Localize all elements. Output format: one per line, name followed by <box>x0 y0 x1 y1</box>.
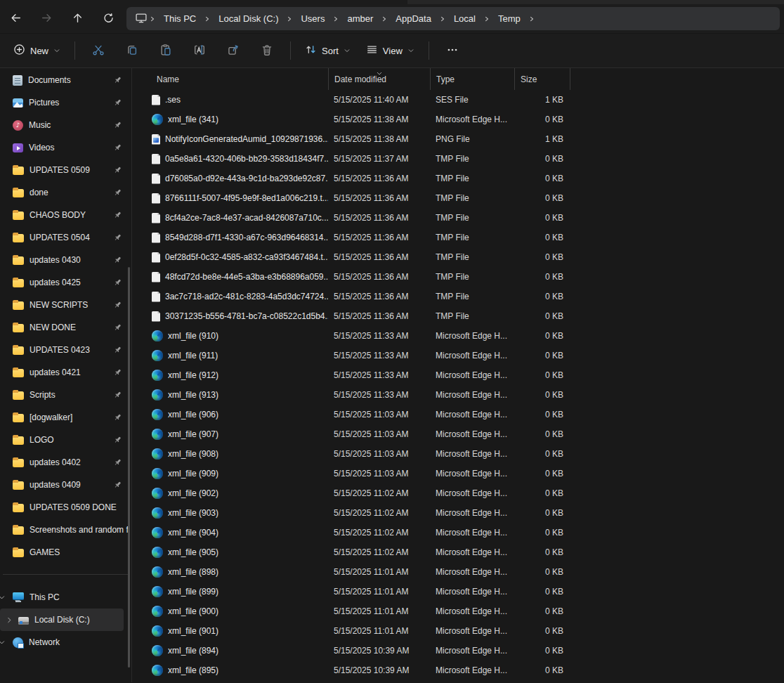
file-row[interactable]: xml_file (899) 5/15/2025 11:01 AM Micros… <box>132 582 784 601</box>
sidebar-item[interactable]: NEW SCRIPTS <box>0 294 131 316</box>
sidebar-item-this-pc[interactable]: This PC <box>0 586 131 609</box>
file-type-icon <box>152 488 163 499</box>
sidebar-item[interactable]: Screenshots and random f <box>0 519 131 541</box>
breadcrumb-chevron-icon[interactable] <box>148 15 157 23</box>
file-row[interactable]: xml_file (907) 5/15/2025 11:03 AM Micros… <box>132 424 784 444</box>
sidebar-item[interactable]: updates 0409 <box>0 474 131 496</box>
column-header-type[interactable]: Type <box>430 68 514 90</box>
sidebar-item[interactable]: updates 0430 <box>0 249 131 271</box>
file-row[interactable]: xml_file (902) 5/15/2025 11:02 AM Micros… <box>132 483 784 503</box>
sidebar-item[interactable]: updates 0425 <box>0 271 131 294</box>
sidebar-item[interactable]: Videos <box>0 136 131 159</box>
file-row[interactable]: xml_file (905) 5/15/2025 11:02 AM Micros… <box>132 542 784 562</box>
file-row[interactable]: xml_file (894) 5/15/2025 10:39 AM Micros… <box>132 641 784 661</box>
sidebar-item[interactable]: Music <box>0 114 131 136</box>
sidebar-item[interactable]: UPDATES 0509 <box>0 159 131 181</box>
file-row[interactable]: xml_file (909) 5/15/2025 11:03 AM Micros… <box>132 464 784 483</box>
file-date-modified: 5/15/2025 11:38 AM <box>328 134 430 144</box>
file-row[interactable]: 30371235-b556-4781-bc7a-c08522c1d5b4... … <box>132 306 784 326</box>
breadcrumb-chevron-icon[interactable] <box>528 15 536 23</box>
sidebar-item[interactable]: [dogwalker] <box>0 406 131 429</box>
sidebar-item[interactable]: LOGO <box>0 429 131 451</box>
breadcrumb-segment[interactable]: AppData <box>389 11 438 26</box>
sidebar-item[interactable]: GAMES <box>0 541 131 564</box>
copy-button[interactable] <box>115 39 149 62</box>
column-header-date-modified[interactable]: Date modified <box>328 68 430 90</box>
chevron-down-icon[interactable] <box>0 639 6 646</box>
file-row[interactable]: xml_file (908) 5/15/2025 11:03 AM Micros… <box>132 444 784 464</box>
sidebar-item-icon <box>13 369 24 377</box>
delete-button[interactable] <box>250 39 284 62</box>
breadcrumb-chevron-icon[interactable] <box>203 15 211 23</box>
breadcrumb-chevron-icon[interactable] <box>483 15 491 23</box>
file-row[interactable]: xml_file (910) 5/15/2025 11:33 AM Micros… <box>132 326 784 346</box>
rename-button[interactable] <box>183 39 216 62</box>
refresh-button[interactable] <box>93 7 124 31</box>
address-bar[interactable]: This PC Local Disk (C:) Users <box>126 7 780 30</box>
more-options-button[interactable] <box>436 39 469 62</box>
file-row[interactable]: 3ac7c718-ad2c-481c-8283-4a5d3dc74724... … <box>132 287 784 306</box>
file-row[interactable]: xml_file (900) 5/15/2025 11:01 AM Micros… <box>132 601 784 621</box>
file-row[interactable]: 8cf4a2ce-7ac8-4e37-acad-8426087a710c....… <box>132 208 784 228</box>
breadcrumb-segment[interactable]: Temp <box>492 11 527 26</box>
file-row[interactable]: xml_file (913) 5/15/2025 11:33 AM Micros… <box>132 385 784 405</box>
file-size: 0 KB <box>514 213 570 223</box>
breadcrumb-segment[interactable]: This PC <box>157 11 202 26</box>
chevron-right-icon[interactable] <box>6 616 13 624</box>
sidebar-item[interactable]: UPDATES 0509 DONE <box>0 496 131 519</box>
sidebar-scrollbar[interactable] <box>128 267 130 668</box>
file-row[interactable]: 8549d288-d7f1-4330-a67c-963d96468314....… <box>132 228 784 247</box>
file-size: 0 KB <box>514 469 570 479</box>
chevron-down-icon[interactable] <box>0 594 6 601</box>
file-row[interactable]: xml_file (906) 5/15/2025 11:03 AM Micros… <box>132 405 784 424</box>
file-row[interactable]: NotifyIconGeneratedAumid_10929871936... … <box>132 129 784 149</box>
sidebar-item[interactable]: done <box>0 181 131 204</box>
sidebar-item[interactable]: Pictures <box>0 91 131 114</box>
sidebar-item[interactable]: updates 0421 <box>0 361 131 384</box>
file-row[interactable]: 48fcd72d-be8e-44e5-a3ba-e3b68896a059... … <box>132 267 784 287</box>
file-row[interactable]: xml_file (912) 5/15/2025 11:33 AM Micros… <box>132 365 784 385</box>
file-row[interactable]: 0ef28d5f-0c32-4585-a832-ca93f3467484.t..… <box>132 247 784 267</box>
file-row[interactable]: xml_file (898) 5/15/2025 11:01 AM Micros… <box>132 562 784 582</box>
file-row[interactable]: xml_file (911) 5/15/2025 11:33 AM Micros… <box>132 346 784 365</box>
breadcrumb-chevron-icon[interactable] <box>332 15 340 23</box>
view-button[interactable]: View <box>358 39 422 62</box>
paste-button[interactable] <box>149 39 183 62</box>
breadcrumb-chevron-icon[interactable] <box>438 15 447 23</box>
breadcrumb-segment[interactable]: amber <box>341 11 379 26</box>
file-row[interactable]: .ses 5/15/2025 11:40 AM SES File 1 KB <box>132 90 784 110</box>
sidebar-item[interactable]: Documents <box>0 69 131 91</box>
sidebar-item[interactable]: UPDATES 0423 <box>0 339 131 361</box>
breadcrumb-chevron-icon[interactable] <box>380 15 388 23</box>
column-header-name[interactable]: Name <box>132 68 328 90</box>
column-header-size[interactable]: Size <box>514 68 570 90</box>
sidebar-item[interactable]: CHAOS BODY <box>0 204 131 226</box>
sort-button[interactable]: Sort <box>297 39 358 62</box>
sidebar-item[interactable]: NEW DONE <box>0 316 131 339</box>
share-button[interactable] <box>216 39 250 62</box>
sidebar-item[interactable]: updates 0402 <box>0 451 131 474</box>
file-row[interactable]: xml_file (903) 5/15/2025 11:02 AM Micros… <box>132 503 784 523</box>
file-row[interactable]: xml_file (341) 5/15/2025 11:38 AM Micros… <box>132 110 784 129</box>
file-row[interactable]: d76085a0-d92e-443a-9c1d-ba293de92c87... … <box>132 169 784 188</box>
forward-button[interactable] <box>31 7 62 31</box>
file-row[interactable]: 0a5e8a61-4320-406b-bb29-3583d18434f7....… <box>132 149 784 169</box>
sidebar-item-local-disk[interactable]: Local Disk (C:) <box>0 609 124 631</box>
sidebar-item-network[interactable]: Network <box>0 631 131 653</box>
breadcrumb-segment[interactable]: Users <box>294 11 331 26</box>
sidebar-item[interactable]: Scripts <box>0 384 131 406</box>
up-button[interactable] <box>62 7 93 31</box>
sidebar-item[interactable]: UPDATES 0504 <box>0 226 131 249</box>
file-row[interactable]: xml_file (901) 5/15/2025 11:01 AM Micros… <box>132 621 784 641</box>
breadcrumb-chevron-icon[interactable] <box>285 15 294 23</box>
breadcrumb-segment[interactable]: Local <box>447 11 482 26</box>
file-row[interactable]: 8766111f-5007-4f95-9e9f-8ed1a006c219.t..… <box>132 188 784 208</box>
chevron-down-icon <box>344 46 351 56</box>
new-button[interactable]: New <box>6 39 68 62</box>
file-size: 0 KB <box>514 331 570 341</box>
file-row[interactable]: xml_file (895) 5/15/2025 10:39 AM Micros… <box>132 661 784 680</box>
file-row[interactable]: xml_file (904) 5/15/2025 11:02 AM Micros… <box>132 523 784 542</box>
breadcrumb-segment[interactable]: Local Disk (C:) <box>212 11 285 26</box>
cut-button[interactable] <box>81 39 115 62</box>
back-button[interactable] <box>0 7 31 31</box>
